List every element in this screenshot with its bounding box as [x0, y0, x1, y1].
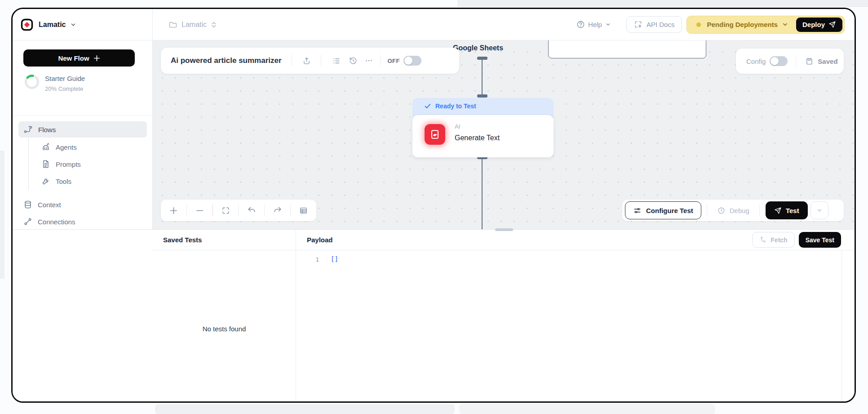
redo-button[interactable]	[265, 200, 290, 221]
more-options-button[interactable]	[365, 57, 373, 65]
app-window: Lamatic New Flow Starter Guide 20% Compl…	[11, 8, 856, 403]
new-flow-button[interactable]: New Flow	[23, 49, 135, 67]
sidebar-item-tools[interactable]: Tools	[29, 173, 153, 190]
debug-button[interactable]: Debug	[707, 206, 759, 215]
sidebar-item-connections[interactable]: Connections	[13, 213, 153, 230]
clock-icon	[717, 206, 726, 215]
fit-view-button[interactable]	[213, 200, 239, 221]
fetch-button[interactable]: Fetch	[752, 232, 794, 248]
history-button[interactable]	[349, 56, 358, 65]
node-title: Generate Text	[455, 134, 500, 142]
pending-dot-icon	[696, 22, 701, 27]
plus-icon	[93, 55, 100, 62]
pending-deployments-label[interactable]: Pending Deployments	[707, 21, 778, 28]
database-icon	[23, 200, 32, 209]
test-controls: Configure Test Debug Test	[622, 200, 844, 221]
breadcrumb[interactable]: Lamatic	[168, 20, 217, 29]
payload-editor[interactable]: 1 []	[297, 251, 842, 401]
saved-status-label: Saved	[818, 58, 837, 65]
connector-handle[interactable]	[477, 94, 487, 98]
connector-handle[interactable]	[477, 57, 487, 60]
wrench-icon	[41, 177, 50, 186]
sidebar-item-context[interactable]: Context	[13, 196, 153, 213]
sidebar-item-prompts[interactable]: Prompts	[29, 156, 153, 173]
chevron-down-icon[interactable]	[782, 21, 788, 28]
config-label: Config	[746, 58, 766, 65]
payload-title: Payload	[307, 236, 333, 244]
lamatic-logo-icon	[20, 18, 34, 31]
saved-tests-title: Saved Tests	[163, 236, 202, 244]
workspace-name: Lamatic	[39, 21, 66, 29]
robot-icon	[41, 142, 50, 151]
pending-deployments-group: Pending Deployments Deploy	[686, 16, 845, 34]
chevron-down-icon	[70, 22, 76, 28]
node-category-label: AI	[455, 123, 460, 130]
chevron-down-icon	[605, 22, 611, 27]
help-circle-icon	[576, 20, 585, 29]
sidebar-item-flows[interactable]: Flows	[18, 121, 147, 138]
fetch-label: Fetch	[771, 236, 787, 244]
flow-header-card: Ai powered article summarizer OFF	[161, 48, 459, 74]
zoom-out-button[interactable]	[187, 200, 213, 221]
node-status-label: Ready to Test	[435, 102, 476, 110]
check-icon	[424, 102, 431, 110]
backdrop-bar-bottom-2	[459, 404, 715, 414]
flows-icon	[23, 125, 33, 134]
debug-label: Debug	[730, 207, 749, 214]
configure-test-button[interactable]: Configure Test	[625, 201, 701, 219]
api-docs-label: API Docs	[647, 21, 675, 28]
help-label: Help	[588, 21, 602, 28]
flow-enabled-toggle[interactable]	[403, 56, 421, 66]
editor-code: []	[331, 255, 338, 263]
node-google-sheets-label: Google Sheets	[453, 44, 503, 52]
saved-tests-empty-message: No tests found	[153, 325, 296, 333]
starter-guide[interactable]: Starter Guide 20% Complete	[25, 75, 85, 92]
save-disk-icon	[805, 57, 814, 66]
save-test-button[interactable]: Save Test	[799, 232, 841, 248]
help-menu[interactable]: Help	[576, 20, 611, 29]
canvas-toolbar	[161, 200, 316, 221]
link-nodes-icon	[23, 217, 32, 226]
config-toggle[interactable]	[770, 56, 788, 66]
workspace-switcher[interactable]: Lamatic	[13, 9, 152, 40]
config-card: Config Saved	[736, 49, 844, 74]
generate-text-icon	[425, 124, 445, 145]
edge-generate-out	[482, 158, 483, 229]
flow-title: Ai powered article summarizer	[171, 56, 282, 65]
node-google-sheets[interactable]	[548, 40, 706, 58]
api-docs-button[interactable]: API Docs	[626, 16, 682, 33]
backdrop-bar-bottom-1	[155, 404, 455, 414]
share-button[interactable]	[302, 57, 311, 65]
bottom-panel: Saved Tests No tests found Payload Fetch…	[13, 229, 855, 401]
document-icon	[41, 160, 50, 169]
new-flow-label: New Flow	[58, 54, 89, 62]
sliders-icon	[633, 206, 642, 215]
topbar-actions: Help API Docs Pending Deployments Deplo	[576, 16, 845, 34]
payload-pane: Payload Fetch Save Test 1 []	[297, 230, 855, 401]
breadcrumb-label: Lamatic	[182, 21, 207, 29]
edge-sheets-to-generate	[482, 58, 483, 96]
undo-button[interactable]	[239, 200, 264, 221]
backdrop-strip-top	[457, 0, 868, 7]
send-icon	[774, 207, 782, 214]
test-label: Test	[786, 207, 799, 214]
saved-tests-pane: Saved Tests No tests found	[153, 230, 296, 401]
starter-guide-title: Starter Guide	[45, 75, 85, 82]
zoom-in-button[interactable]	[161, 200, 186, 221]
unfold-icon	[211, 21, 217, 28]
deploy-button[interactable]: Deploy	[796, 18, 842, 32]
deploy-label: Deploy	[802, 21, 825, 28]
sidebar-item-agents[interactable]: Agents	[29, 138, 153, 156]
branch-icon	[759, 236, 767, 244]
api-docs-icon	[634, 20, 642, 29]
task-list-button[interactable]	[332, 57, 341, 65]
test-options-button[interactable]	[810, 201, 828, 219]
editor-line-number: 1	[297, 256, 319, 263]
flows-subgroup: Agents Prompts Tools	[28, 138, 153, 190]
sidebar-divider	[13, 115, 153, 116]
data-table-button[interactable]	[291, 200, 316, 221]
node-generate-text[interactable]: AI Generate Text	[412, 115, 554, 157]
save-test-label: Save Test	[806, 236, 834, 244]
test-button[interactable]: Test	[766, 201, 808, 219]
starter-guide-progress: 20% Complete	[45, 85, 85, 92]
